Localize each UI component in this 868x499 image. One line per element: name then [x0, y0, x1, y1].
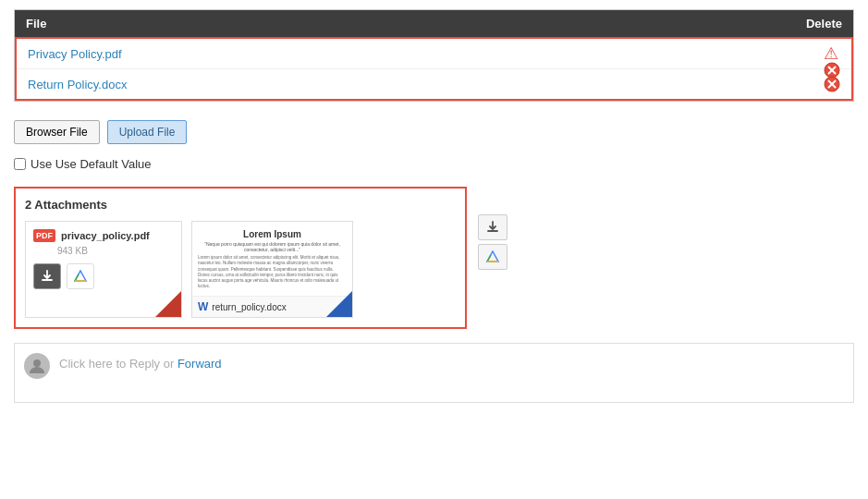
- docx-corner-decoration: [326, 291, 352, 317]
- side-download-button[interactable]: [478, 214, 507, 240]
- use-default-label: Use Use Default Value: [31, 157, 152, 171]
- reply-link[interactable]: Reply: [129, 357, 160, 371]
- pdf-corner-decoration: [155, 291, 181, 317]
- pdf-attachment-card: PDF privacy_policy.pdf 943 KB: [25, 221, 182, 318]
- pdf-icon: PDF: [33, 229, 55, 242]
- file-column-header: File: [26, 17, 46, 30]
- reply-prompt: Click here to Reply or Forward: [59, 353, 222, 371]
- file-table: File Delete Privacy Policy.pdf ⚠ Return …: [14, 9, 854, 102]
- file-link-return[interactable]: Return Policy.docx: [28, 78, 127, 91]
- attachment-cards: PDF privacy_policy.pdf 943 KB: [25, 221, 456, 318]
- docx-attachment-card: Lorem Ipsum "Neque porro quisquam est qu…: [191, 221, 353, 318]
- delete-icon-privacy[interactable]: ⚠: [824, 45, 840, 62]
- file-table-header: File Delete: [15, 10, 853, 37]
- attachments-section: 2 Attachments PDF privacy_policy.pdf 943…: [14, 187, 854, 329]
- table-row: Return Policy.docx: [17, 69, 851, 99]
- docx-preview-body: Lorem ipsum dolor sit amet, consectetur …: [198, 255, 347, 290]
- docx-filename: return_policy.docx: [212, 302, 286, 312]
- svg-point-6: [33, 359, 41, 367]
- file-table-body: Privacy Policy.pdf ⚠ Return Policy.docx: [15, 37, 853, 101]
- file-link-privacy[interactable]: Privacy Policy.pdf: [28, 47, 122, 61]
- pdf-actions: [33, 263, 174, 289]
- pdf-card-header: PDF privacy_policy.pdf: [33, 229, 174, 242]
- side-action-buttons: [478, 214, 507, 270]
- button-row: Browser File Upload File: [0, 111, 868, 153]
- checkbox-row: Use Use Default Value: [0, 153, 868, 182]
- table-row: Privacy Policy.pdf ⚠: [17, 39, 851, 69]
- forward-link[interactable]: Forward: [177, 357, 222, 371]
- pdf-drive-button[interactable]: [67, 263, 94, 289]
- pdf-size: 943 KB: [57, 246, 174, 256]
- upload-file-button[interactable]: Upload File: [107, 120, 188, 144]
- attachments-box: 2 Attachments PDF privacy_policy.pdf 943…: [14, 187, 467, 329]
- docx-preview: Lorem Ipsum "Neque porro quisquam est qu…: [192, 222, 352, 296]
- pdf-download-button[interactable]: [33, 263, 61, 289]
- reply-prefix: Click here to: [59, 357, 129, 371]
- delete-column-header: Delete: [806, 17, 842, 30]
- side-drive-button[interactable]: [478, 244, 507, 270]
- avatar: [24, 353, 50, 379]
- docx-preview-title: Lorem Ipsum: [198, 229, 347, 239]
- word-icon: W: [198, 300, 208, 313]
- pdf-filename: privacy_policy.pdf: [61, 230, 150, 241]
- reply-section: Click here to Reply or Forward: [14, 343, 854, 403]
- browser-file-button[interactable]: Browser File: [14, 120, 100, 144]
- use-default-checkbox[interactable]: [14, 158, 26, 170]
- docx-preview-subtitle: "Neque porro quisquam est qui dolorem ip…: [198, 241, 347, 252]
- delete-icon-return[interactable]: [824, 76, 840, 92]
- reply-connector: or: [160, 357, 177, 371]
- attachments-title: 2 Attachments: [25, 198, 456, 212]
